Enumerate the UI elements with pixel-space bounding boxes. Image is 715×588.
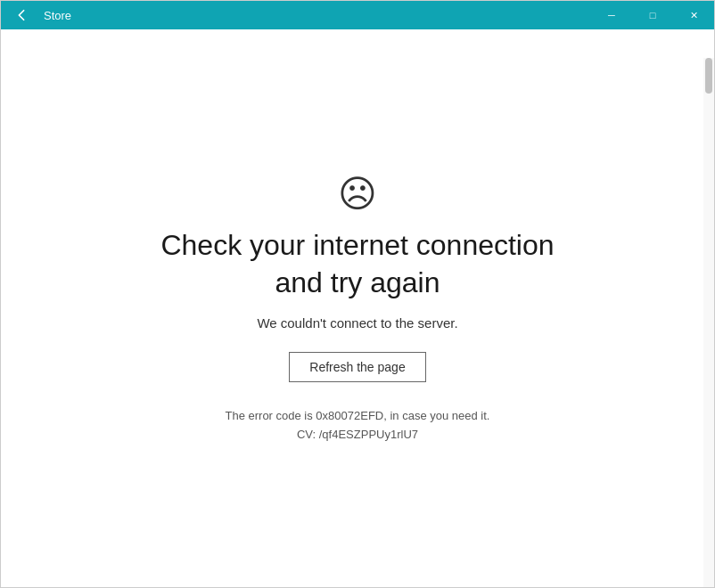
error-subtitle: We couldn't connect to the server. [257,315,457,331]
app-window: Store ─ □ ✕ ☹ Check your internet connec… [0,0,715,588]
error-title: Check your internet connection and try a… [160,227,554,301]
close-button[interactable]: ✕ [673,1,714,29]
maximize-button[interactable]: □ [632,1,673,29]
window-title: Store [44,9,71,22]
error-title-line1: Check your internet connection [160,229,554,261]
scrollbar-thumb[interactable] [705,58,712,94]
window-controls: ─ □ ✕ [591,1,714,29]
sad-face-icon: ☹ [338,176,377,213]
titlebar-left: Store [8,2,71,29]
refresh-button[interactable]: Refresh the page [289,352,425,382]
back-icon [15,9,28,21]
error-cv-text: CV: /qf4ESZPPUy1rlU7 [297,428,418,441]
error-code-text: The error code is 0x80072EFD, in case yo… [225,409,489,422]
back-button[interactable] [8,2,35,29]
error-container: ☹ Check your internet connection and try… [143,158,571,459]
minimize-button[interactable]: ─ [591,1,632,29]
content-area: ☹ Check your internet connection and try… [1,29,714,587]
scrollbar-track[interactable] [703,58,714,587]
error-title-line2: and try again [275,266,440,298]
titlebar: Store ─ □ ✕ [1,1,714,29]
